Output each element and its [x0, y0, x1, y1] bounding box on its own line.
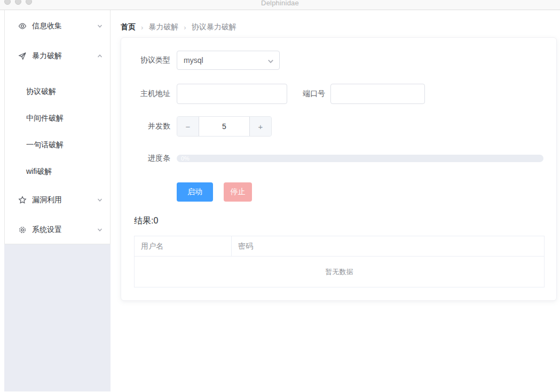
sidebar-item-wifi-crack[interactable]: wifi破解	[5, 161, 110, 182]
sidebar-subitem-label: 协议破解	[26, 87, 56, 97]
send-icon	[18, 52, 27, 60]
start-button[interactable]: 启动	[177, 182, 213, 202]
sidebar-background	[4, 244, 111, 391]
sidebar-item-system-settings[interactable]: 系统设置	[5, 219, 110, 241]
port-input[interactable]	[330, 84, 425, 104]
chevron-down-icon	[267, 58, 274, 66]
main-content: 首页 › 暴力破解 › 协议暴力破解 协议类型 mysql 主机地址 端口号	[111, 10, 560, 391]
sidebar-subitem-label: 中间件破解	[26, 114, 64, 123]
table-header-row: 用户名 密码	[135, 236, 545, 257]
sidebar-item-protocol-crack[interactable]: 协议破解	[5, 81, 110, 102]
star-icon	[18, 196, 27, 204]
breadcrumb-current-page: 协议暴力破解	[192, 22, 236, 32]
stop-button[interactable]: 停止	[224, 182, 252, 202]
chevron-down-icon	[97, 23, 102, 29]
host-port-row: 主机地址 端口号	[134, 84, 543, 104]
sidebar: 信息收集 暴力破解 协议破解	[0, 10, 111, 391]
protocol-select-value: mysql	[184, 56, 203, 65]
chevron-right-icon: ›	[184, 23, 186, 31]
table-empty-row: 暂无数据	[135, 257, 545, 287]
protocol-select[interactable]: mysql	[177, 51, 280, 70]
column-header-username: 用户名	[135, 236, 232, 257]
result-table: 用户名 密码 暂无数据	[134, 236, 545, 287]
sidebar-submenu-brute-force: 协议破解 中间件破解 一句话破解 wifi破解	[5, 81, 110, 182]
host-address-input[interactable]	[177, 84, 287, 104]
increase-button[interactable]: +	[250, 117, 271, 136]
decrease-button[interactable]: −	[177, 117, 199, 136]
window-titlebar: Delphinidae	[0, 0, 560, 10]
sidebar-item-label: 系统设置	[32, 225, 62, 235]
sidebar-item-label: 暴力破解	[32, 51, 62, 61]
action-buttons-row: 启动 停止	[134, 182, 543, 202]
concurrency-row: 并发数 − 5 +	[134, 116, 543, 137]
progress-percent-text: 0%	[181, 155, 190, 162]
concurrency-label: 并发数	[134, 122, 170, 131]
sidebar-item-label: 信息收集	[32, 21, 62, 31]
breadcrumb-brute-force[interactable]: 暴力破解	[148, 22, 178, 32]
concurrency-stepper: − 5 +	[177, 116, 272, 137]
column-header-password: 密码	[232, 236, 545, 257]
gear-icon	[18, 226, 27, 234]
breadcrumb-home[interactable]: 首页	[121, 22, 136, 32]
sidebar-item-middleware-crack[interactable]: 中间件破解	[5, 108, 110, 129]
sidebar-item-info-gathering[interactable]: 信息收集	[5, 15, 110, 37]
sidebar-menu: 信息收集 暴力破解 协议破解	[4, 10, 111, 244]
sidebar-item-label: 漏洞利用	[32, 195, 62, 205]
sidebar-subitem-label: 一句话破解	[26, 140, 64, 150]
chevron-down-icon	[97, 227, 102, 233]
sidebar-item-webshell-crack[interactable]: 一句话破解	[5, 134, 110, 156]
port-label: 端口号	[303, 89, 325, 99]
window-title: Delphinidae	[0, 0, 560, 7]
progress-row: 进度条 0%	[134, 153, 543, 164]
protocol-type-row: 协议类型 mysql	[134, 51, 543, 70]
result-count-heading: 结果:0	[134, 216, 543, 225]
chevron-down-icon	[97, 197, 102, 203]
sidebar-subitem-label: wifi破解	[26, 167, 52, 177]
progress-label: 进度条	[134, 154, 170, 163]
progress-track: 0%	[177, 155, 543, 162]
protocol-type-label: 协议类型	[134, 55, 170, 65]
chevron-up-icon	[97, 53, 102, 59]
progress-bar: 0%	[177, 155, 543, 162]
eye-icon	[18, 22, 27, 30]
breadcrumb: 首页 › 暴力破解 › 协议暴力破解	[121, 22, 560, 33]
empty-data-text: 暂无数据	[135, 257, 545, 287]
concurrency-value[interactable]: 5	[199, 117, 250, 136]
sidebar-item-brute-force[interactable]: 暴力破解	[5, 45, 110, 67]
chevron-right-icon: ›	[141, 23, 143, 31]
sidebar-item-vuln-exploit[interactable]: 漏洞利用	[5, 189, 110, 211]
protocol-brute-force-card: 协议类型 mysql 主机地址 端口号 并发数 − 5	[121, 37, 557, 301]
host-address-label: 主机地址	[134, 89, 170, 99]
